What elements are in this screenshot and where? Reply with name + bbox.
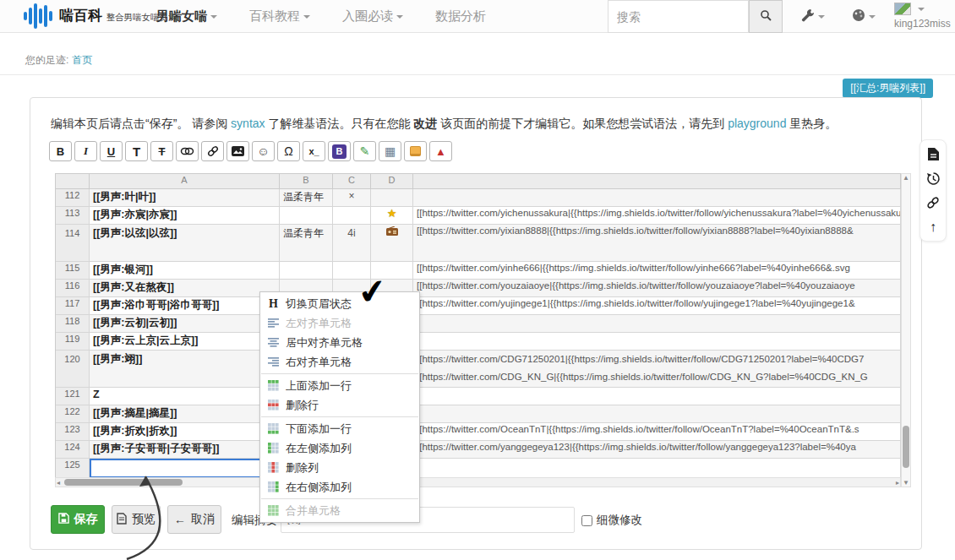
cell-a[interactable]: [[男声:翊]] bbox=[90, 351, 280, 388]
search-button[interactable] bbox=[749, 0, 783, 33]
cell-e[interactable]: [[https://twitter.com/CDG71250201|{{http… bbox=[413, 351, 901, 388]
scroll-left-arrow[interactable]: ◂ bbox=[57, 479, 60, 487]
cell-a[interactable]: [[男声:以弦|以弦]] bbox=[90, 225, 280, 262]
arrow-up-icon[interactable]: ↑ bbox=[925, 219, 941, 236]
summary-page-button[interactable]: [[汇总:男喘列表]] bbox=[843, 79, 933, 98]
nav-item[interactable]: 数据分析 bbox=[435, 8, 486, 24]
cell-e[interactable] bbox=[413, 333, 901, 351]
column-header-A[interactable]: A bbox=[90, 174, 280, 189]
cell-a[interactable]: [[男声:浴巾哥哥|浴巾哥哥]] bbox=[90, 297, 280, 315]
cell-c[interactable]: 4i bbox=[333, 225, 371, 262]
menu-item-row-add-below[interactable]: 下面添加一行 bbox=[260, 419, 419, 438]
struct-cube-button[interactable] bbox=[404, 141, 427, 161]
nav-item[interactable]: 入圈必读 bbox=[342, 8, 403, 24]
row-number[interactable]: 119 bbox=[56, 333, 90, 351]
nav-item[interactable]: 百科教程 bbox=[249, 8, 310, 24]
horizontal-scroll-thumb[interactable] bbox=[64, 479, 183, 486]
edit-table-button[interactable]: ▦ bbox=[379, 141, 401, 161]
draw-triangle-button[interactable]: ▲ bbox=[429, 141, 452, 161]
selected-cell[interactable] bbox=[90, 459, 280, 478]
menu-item-col-add-left[interactable]: 在左侧添加列 bbox=[260, 438, 419, 458]
site-logo[interactable]: 喘百科 整合男喘女喘资源 bbox=[24, 2, 177, 30]
internal-link-button[interactable] bbox=[176, 141, 199, 161]
row-number[interactable]: 113 bbox=[56, 207, 90, 225]
preview-button[interactable]: 预览 bbox=[112, 505, 161, 534]
row-number[interactable]: 117 bbox=[56, 297, 90, 315]
cell-a[interactable]: [[男声:又在熬夜]] bbox=[90, 280, 280, 297]
row-number[interactable]: 122 bbox=[56, 405, 90, 423]
cell-e[interactable] bbox=[413, 405, 901, 423]
cell-d[interactable]: ★ bbox=[371, 207, 413, 225]
user-menu[interactable]: king123miss bbox=[894, 1, 955, 30]
menu-item-row-add-above[interactable]: 上面添加一行 bbox=[260, 376, 419, 395]
scroll-up-arrow[interactable]: ▲ bbox=[902, 174, 910, 182]
vertical-scroll-thumb[interactable] bbox=[903, 426, 909, 468]
menu-item-row-delete[interactable]: 删除行 bbox=[260, 395, 419, 415]
special-chars-button[interactable]: Ω bbox=[277, 141, 300, 161]
bold-button[interactable]: B bbox=[49, 141, 72, 161]
cell-a[interactable]: [[男声:云上京|云上京]] bbox=[90, 333, 280, 351]
row-number[interactable]: 115 bbox=[56, 262, 90, 280]
cell-a[interactable]: [[男声:折欢|折欢]] bbox=[90, 423, 280, 441]
syntax-link[interactable]: syntax bbox=[231, 117, 265, 130]
vertical-scrollbar[interactable]: ▲ ▼ bbox=[901, 173, 911, 487]
cell-e[interactable]: [[https://twitter.com/yixian8888|{{https… bbox=[413, 225, 901, 262]
menu-item-align-right[interactable]: 右对齐单元格 bbox=[260, 352, 419, 372]
subscript-button[interactable]: x_ bbox=[303, 141, 325, 161]
column-header-D[interactable]: D bbox=[371, 174, 413, 189]
italic-button[interactable]: I bbox=[74, 141, 97, 161]
external-link-button[interactable] bbox=[201, 141, 224, 161]
cell-e[interactable]: [[https://twitter.com/youzaiaoye|{{https… bbox=[413, 280, 901, 297]
minor-edit-checkbox[interactable] bbox=[581, 515, 592, 526]
cell-e[interactable]: [[https://twitter.com/yichenussakura|{{h… bbox=[413, 207, 901, 225]
cell-e[interactable]: [[https://twitter.com/yujingege1|{{https… bbox=[413, 297, 901, 315]
cell-e[interactable]: [[https://twitter.com/yinhe666|{{https:/… bbox=[413, 262, 901, 280]
menu-item-col-add-right[interactable]: 在右侧添加列 bbox=[260, 477, 419, 497]
row-number[interactable]: 121 bbox=[56, 388, 90, 405]
cell-e[interactable] bbox=[413, 459, 901, 478]
playground-link[interactable]: playground bbox=[728, 117, 786, 130]
strikethrough-button[interactable]: T bbox=[150, 141, 173, 161]
color-pencil-button[interactable]: ✎ bbox=[353, 141, 376, 161]
admin-tools-dropdown[interactable] bbox=[801, 0, 825, 33]
bootstrap-wrap-button[interactable]: B bbox=[328, 141, 351, 161]
cell-a[interactable]: [[男声:子安哥哥|子安哥哥]] bbox=[90, 441, 280, 459]
cell-a[interactable]: [[男声:摘星|摘星]] bbox=[90, 405, 280, 423]
menu-item-header[interactable]: H切换页眉状态 bbox=[260, 294, 419, 313]
row-number[interactable]: 114 bbox=[56, 225, 90, 262]
smiley-button[interactable]: ☺ bbox=[252, 141, 275, 161]
cell-e[interactable] bbox=[413, 189, 901, 207]
row-number[interactable]: 124 bbox=[56, 441, 90, 459]
row-number[interactable]: 123 bbox=[56, 423, 90, 441]
page-icon[interactable] bbox=[925, 145, 941, 162]
menu-item-align-center[interactable]: 居中对齐单元格 bbox=[260, 333, 419, 352]
cell-c[interactable]: × bbox=[333, 189, 371, 207]
cell-e[interactable]: [[https://twitter.com/OceanTnT|{{https:/… bbox=[413, 423, 901, 441]
theme-dropdown[interactable] bbox=[852, 0, 876, 33]
cell-a[interactable]: [[男声:云初|云初]] bbox=[90, 315, 280, 333]
menu-item-col-delete[interactable]: 删除列 bbox=[260, 458, 419, 477]
save-button[interactable]: 保存 bbox=[51, 505, 105, 534]
cell-d[interactable] bbox=[371, 225, 413, 262]
cell-b[interactable] bbox=[280, 262, 333, 280]
media-button[interactable] bbox=[226, 141, 249, 161]
column-header-C[interactable]: C bbox=[333, 174, 371, 189]
cell-e[interactable] bbox=[413, 315, 901, 333]
cell-b[interactable] bbox=[280, 207, 333, 225]
horizontal-scrollbar[interactable]: ◂ ▸ bbox=[55, 477, 901, 487]
cell-a[interactable]: Z bbox=[90, 388, 280, 405]
column-header-e[interactable] bbox=[413, 174, 901, 189]
scroll-right-arrow[interactable]: ▸ bbox=[896, 479, 899, 487]
cancel-button[interactable]: ←取消 bbox=[167, 505, 221, 534]
cell-b[interactable]: 温柔青年 bbox=[280, 225, 333, 262]
cell-d[interactable] bbox=[371, 189, 413, 207]
cell-e[interactable]: [[https://twitter.com/yanggegeya123|{{ht… bbox=[413, 441, 901, 459]
cell-c[interactable] bbox=[333, 207, 371, 225]
history-icon[interactable] bbox=[925, 170, 941, 187]
row-number[interactable]: 125 bbox=[56, 459, 90, 478]
underline-button[interactable]: U bbox=[100, 141, 123, 161]
cell-e[interactable] bbox=[413, 388, 901, 405]
row-number[interactable]: 120 bbox=[56, 351, 90, 388]
cell-b[interactable]: 温柔青年 bbox=[280, 189, 333, 207]
nav-item[interactable]: 男喘女喘 bbox=[156, 8, 217, 24]
